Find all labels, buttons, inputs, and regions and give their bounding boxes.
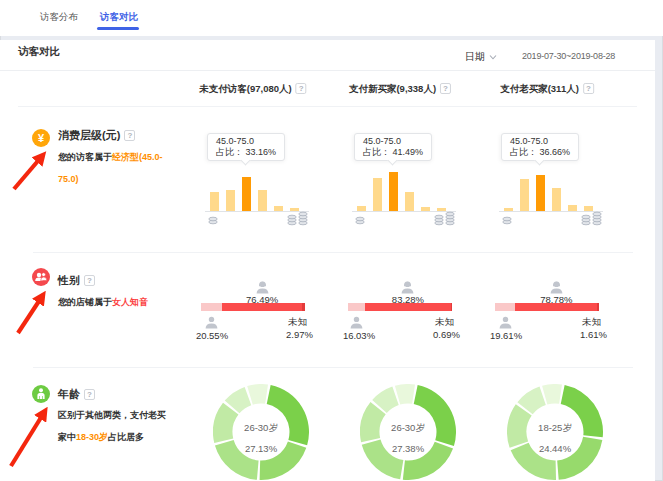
female-icon <box>256 280 269 293</box>
male-icon <box>499 315 512 328</box>
age-percent: 27.13% <box>245 438 277 459</box>
consume-bar-chart <box>499 106 603 212</box>
unknown-label: 未知 <box>288 316 307 329</box>
coin-stack-icons <box>352 210 456 230</box>
consume-bar-chart <box>352 106 456 212</box>
help-icon[interactable]: ? <box>296 83 307 94</box>
female-segment <box>365 303 452 311</box>
male-segment <box>348 303 365 311</box>
column-header-unpaid: 未支付访客(97,080人)? <box>199 83 306 96</box>
bar <box>226 190 235 211</box>
active-tab-underline <box>97 27 139 30</box>
row-title: 消费层级(元)? <box>58 128 135 143</box>
consume-bar-chart <box>205 106 309 212</box>
panel-title: 访客对比 <box>18 45 60 59</box>
tab-visitor-comparison[interactable]: 访客对比 <box>100 11 138 24</box>
bar <box>520 179 529 211</box>
bar <box>552 188 561 211</box>
help-icon[interactable]: ? <box>84 275 95 286</box>
female-segment <box>515 303 597 311</box>
row-gender: 性别? 您的店铺属于女人知音 76.49%20.55%未知2.97% 83.28… <box>0 252 655 367</box>
visitor-comparison-panel: 访客对比 日期 2019-07-30~2019-08-28 未支付访客(97,0… <box>0 40 655 481</box>
bar <box>389 172 398 211</box>
help-icon[interactable]: ? <box>84 389 95 400</box>
unknown-percent: 2.97% <box>286 329 313 340</box>
column-header-old-buyers: 支付老买家(311人)? <box>500 83 594 96</box>
unknown-segment <box>302 303 305 311</box>
female-icon <box>550 280 563 293</box>
gender-icon <box>32 268 50 286</box>
yuan-icon: ¥ <box>32 129 50 147</box>
age-person-icon <box>32 385 50 403</box>
bar <box>405 192 414 211</box>
age-percent: 24.44% <box>539 438 571 459</box>
gender-bar <box>495 303 599 311</box>
row-title: 年龄? <box>58 387 95 402</box>
male-segment <box>495 303 515 311</box>
bar <box>210 192 219 211</box>
row-description: 区别于其他两类，支付老买家中18-30岁占比居多 <box>58 404 170 448</box>
row-consume-level: ¥ 消费层级(元)? 您的访客属于经济型(45.0-75.0) 45.0-75.… <box>0 106 655 252</box>
tab-bar: 访客分布 访客对比 <box>0 0 663 36</box>
row-description: 您的店铺属于女人知音 <box>58 291 168 313</box>
male-percent: 20.55% <box>196 330 228 341</box>
unknown-percent: 0.69% <box>433 329 460 340</box>
male-icon <box>205 315 218 328</box>
gender-bar <box>348 303 452 311</box>
coin-stack-icons <box>205 210 309 230</box>
row-description: 您的访客属于经济型(45.0-75.0) <box>58 146 164 190</box>
row-title: 性别? <box>58 273 95 288</box>
male-percent: 19.61% <box>490 330 522 341</box>
bar <box>242 177 251 211</box>
male-icon <box>350 315 363 328</box>
date-filter[interactable]: 日期 <box>465 50 497 64</box>
chevron-down-icon <box>489 55 497 60</box>
female-icon <box>401 280 414 293</box>
donut-center-label: 18-25岁24.44% <box>507 384 603 480</box>
bar <box>258 190 267 211</box>
column-header-new-buyers: 支付新买家(9,338人)? <box>349 83 451 96</box>
unknown-segment <box>597 303 599 311</box>
age-range: 26-30岁 <box>391 417 425 438</box>
help-icon[interactable]: ? <box>124 130 135 141</box>
help-icon[interactable]: ? <box>440 83 451 94</box>
donut-center-label: 26-30岁27.13% <box>213 384 309 480</box>
tab-visitor-distribution[interactable]: 访客分布 <box>40 11 78 24</box>
age-range: 18-25岁 <box>538 417 572 438</box>
male-segment <box>201 303 222 311</box>
row-age: 年龄? 区别于其他两类，支付老买家中18-30岁占比居多 26-30岁27.13… <box>0 367 655 481</box>
unknown-percent: 1.61% <box>580 329 607 340</box>
bar <box>536 175 545 211</box>
age-percent: 27.38% <box>392 438 424 459</box>
unknown-label: 未知 <box>582 316 601 329</box>
gender-bar <box>201 303 305 311</box>
divider <box>0 70 655 71</box>
age-range: 26-30岁 <box>244 417 278 438</box>
coin-stack-icons <box>499 210 603 230</box>
unknown-segment <box>451 303 452 311</box>
female-segment <box>222 303 302 311</box>
unknown-label: 未知 <box>435 316 454 329</box>
male-percent: 16.03% <box>343 330 375 341</box>
date-range[interactable]: 2019-07-30~2019-08-28 <box>522 51 615 61</box>
donut-center-label: 26-30岁27.38% <box>360 384 456 480</box>
bar <box>373 178 382 211</box>
help-icon[interactable]: ? <box>583 83 594 94</box>
